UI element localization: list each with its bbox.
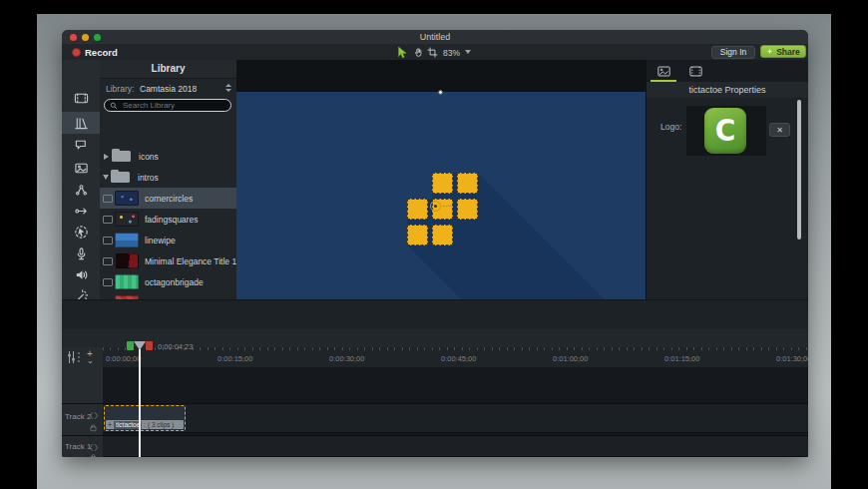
cursor-path-line xyxy=(442,206,452,207)
sidebar-item-behaviors[interactable] xyxy=(62,179,100,201)
properties-scrollbar[interactable] xyxy=(797,100,801,240)
library-item-name: Minimal Elegance Title 1 xyxy=(145,256,236,266)
timeline-ruler[interactable]: 0:00:00;00 0:00:15;00 0:00:30;00 0:00:45… xyxy=(103,347,808,368)
cursor-position-marker-icon xyxy=(430,201,441,212)
clip-badge-icon xyxy=(103,278,113,286)
sidebar-item-voice-narration[interactable] xyxy=(62,243,100,264)
tool-sidebar: More xyxy=(62,60,101,299)
library-item-fadingsquares[interactable]: fadingsquares xyxy=(100,209,236,230)
track-1-lock-icon[interactable] xyxy=(89,448,99,457)
library-folder-intros[interactable]: intros xyxy=(100,167,236,188)
clip-expand-icon[interactable]: + xyxy=(108,420,112,429)
library-item-name: intros xyxy=(138,173,159,183)
ruler-label: 0:00:00;00 xyxy=(106,354,141,363)
sidebar-item-library[interactable] xyxy=(62,112,100,134)
remove-logo-button[interactable]: ✕ xyxy=(769,123,790,137)
asset-thumbnail xyxy=(115,191,139,206)
library-item-minimal-elegance[interactable]: Minimal Elegance Title 1 xyxy=(100,250,236,271)
timeline-track-area[interactable] xyxy=(103,367,808,457)
track-1-lane[interactable] xyxy=(103,435,808,457)
canvas-zoom-level[interactable]: 83% xyxy=(443,48,460,58)
yellow-square[interactable] xyxy=(432,225,453,245)
asset-thumbnail xyxy=(115,274,139,289)
divider xyxy=(62,403,103,404)
library-item-name: icons xyxy=(139,152,159,162)
film-tab-icon xyxy=(689,66,702,77)
microphone-icon xyxy=(74,246,89,261)
sidebar-item-cursor-effects[interactable] xyxy=(62,221,100,243)
ruler-label: 0:00:45;00 xyxy=(441,354,476,363)
collapse-tracks-button[interactable]: ⌄ xyxy=(87,356,94,365)
track-1-toggle-icon[interactable] xyxy=(89,438,99,447)
asset-thumbnail xyxy=(115,212,139,227)
yellow-square[interactable] xyxy=(457,173,478,194)
timeline-clip-tictactoe[interactable]: + tictactoe : ( 3 clips ) xyxy=(104,405,186,431)
disclosure-expanded-icon[interactable] xyxy=(103,175,109,180)
track-2-lock-icon[interactable] xyxy=(89,418,99,427)
disclosure-collapsed-icon[interactable] xyxy=(104,154,109,160)
titlebar[interactable]: Untitled xyxy=(62,30,808,44)
clip-badge-icon xyxy=(103,237,113,244)
crop-icon[interactable] xyxy=(427,47,438,58)
drag-dots-icon xyxy=(78,352,80,354)
image-tab-icon xyxy=(657,66,670,77)
window-title: Untitled xyxy=(62,32,808,42)
selection-out-marker[interactable] xyxy=(146,341,153,350)
library-search-input[interactable] xyxy=(121,100,224,111)
playhead-line[interactable] xyxy=(139,349,141,457)
yellow-square[interactable] xyxy=(432,173,453,194)
folder-icon xyxy=(112,151,131,162)
logo-letter: C xyxy=(715,114,736,149)
share-button-label: Share xyxy=(776,47,800,57)
tab-visual-properties[interactable] xyxy=(651,62,676,80)
edit-cursor-icon[interactable] xyxy=(397,46,408,59)
camtasia-window: Untitled Record 83% Sign In Share xyxy=(62,30,808,457)
pan-hand-icon[interactable] xyxy=(413,47,424,58)
sidebar-item-annotations[interactable] xyxy=(62,134,100,156)
library-select-stepper-icon[interactable] xyxy=(225,84,231,92)
app-toolbar: Record 83% Sign In Share xyxy=(62,44,808,61)
library-item-name: octagonbrigade xyxy=(145,277,204,287)
properties-panel: tictactoe Properties Logo: C ✕ xyxy=(647,60,808,299)
video-preview[interactable] xyxy=(236,92,646,326)
animations-icon xyxy=(74,204,89,219)
track-1-name: Track 1 xyxy=(65,442,91,451)
library-item-octagonbrigade[interactable]: octagonbrigade xyxy=(100,271,236,292)
resize-handle-top[interactable] xyxy=(438,90,443,95)
yellow-square[interactable] xyxy=(407,225,428,245)
divider xyxy=(62,435,103,436)
track-2-toggle-icon[interactable] xyxy=(89,406,99,415)
tab-media-properties[interactable] xyxy=(682,62,708,80)
library-item-linewipe[interactable]: linewipe xyxy=(100,230,236,250)
media-icon xyxy=(74,91,89,106)
track-2-name: Track 2 xyxy=(65,412,91,421)
library-item-cornercircles[interactable]: cornercircles xyxy=(100,188,236,209)
track-header-column: + ⌄ Track 2 Track 1 xyxy=(62,347,104,457)
yellow-square[interactable] xyxy=(407,199,428,220)
library-select-value[interactable]: Camtasia 2018 xyxy=(140,84,197,94)
record-button[interactable]: Record xyxy=(85,47,118,58)
sidebar-item-media[interactable] xyxy=(62,87,100,109)
share-button[interactable]: Share xyxy=(760,45,806,58)
clip-badge-icon xyxy=(103,195,113,203)
library-item-redtrianglescroll[interactable]: redtrianglescroll xyxy=(100,292,236,299)
library-icon xyxy=(74,116,89,131)
library-folder-icons[interactable]: icons xyxy=(100,146,236,167)
selection-in-marker[interactable] xyxy=(127,341,134,350)
ruler-label: 0:00:15;00 xyxy=(217,354,252,363)
library-item-name: cornercircles xyxy=(145,194,193,204)
yellow-square[interactable] xyxy=(457,199,478,220)
zoom-dropdown-caret-icon[interactable] xyxy=(465,50,471,54)
playhead-time-label: 0:00:04;23 xyxy=(158,342,193,351)
sidebar-item-transitions[interactable] xyxy=(62,157,100,179)
library-search xyxy=(104,99,231,112)
track-2-lane[interactable] xyxy=(103,403,808,433)
sign-in-button[interactable]: Sign In xyxy=(711,46,755,59)
mixer-icon[interactable] xyxy=(67,350,76,364)
sidebar-item-audio-effects[interactable] xyxy=(62,263,100,285)
sparkle-icon xyxy=(766,48,773,55)
clip-label-bar: + tictactoe : ( 3 clips ) xyxy=(106,420,184,429)
folder-icon xyxy=(111,172,130,183)
sidebar-item-animations[interactable] xyxy=(62,200,100,222)
camtasia-logo[interactable]: C xyxy=(704,108,746,154)
